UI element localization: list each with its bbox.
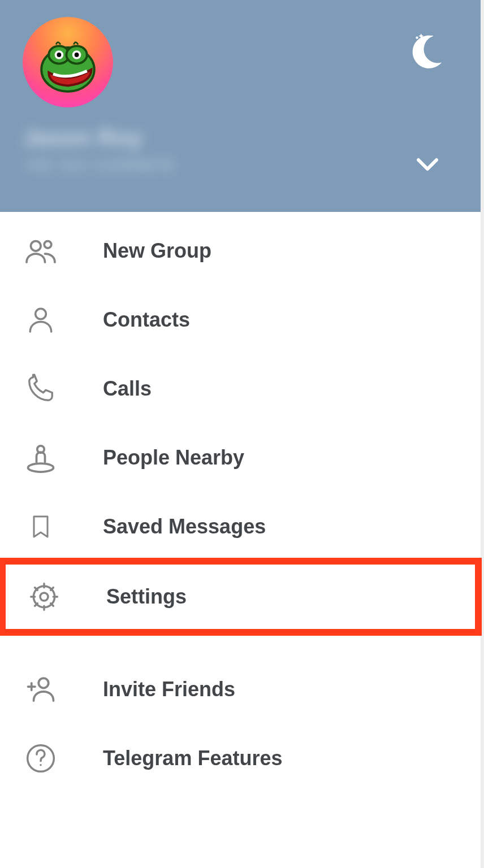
user-phone: +92 312 12345678 [23,155,458,176]
menu-item-new-group[interactable]: New Group [0,216,481,285]
help-icon [23,740,59,776]
svg-point-14 [33,586,54,607]
chevron-down-icon[interactable] [414,151,441,178]
menu-item-label: Invite Friends [103,678,235,701]
group-icon [23,233,59,269]
menu-item-label: Settings [106,585,187,609]
svg-point-5 [57,53,62,57]
svg-point-9 [44,241,51,249]
gear-icon [26,579,62,615]
svg-point-15 [38,678,49,688]
person-icon [23,302,59,338]
svg-point-10 [36,309,46,319]
menu-item-label: People Nearby [103,446,244,470]
nearby-icon [23,440,59,476]
menu-item-label: Calls [103,377,152,401]
avatar[interactable] [23,17,113,107]
svg-point-17 [40,764,42,766]
invite-icon [23,671,59,708]
menu-item-label: Contacts [103,308,190,332]
menu-divider-spacer [0,632,481,655]
menu-item-calls[interactable]: Calls [0,354,481,423]
menu-item-label: Telegram Features [103,747,282,770]
svg-point-11 [28,463,54,472]
menu-item-telegram-features[interactable]: Telegram Features [0,724,481,793]
avatar-image [31,25,105,99]
svg-point-6 [75,53,79,57]
night-mode-icon[interactable] [407,31,447,71]
bookmark-icon [23,509,59,545]
svg-point-8 [31,241,41,251]
menu-item-settings[interactable]: Settings [3,562,477,631]
svg-point-7 [416,36,418,38]
menu-item-label: New Group [103,239,211,263]
menu-item-invite-friends[interactable]: Invite Friends [0,655,481,724]
phone-icon [23,371,59,407]
drawer-menu: New Group Contacts Calls [0,212,481,868]
menu-item-people-nearby[interactable]: People Nearby [0,423,481,492]
menu-item-saved-messages[interactable]: Saved Messages [0,492,481,561]
user-name: Jason Roy [23,124,458,151]
navigation-drawer: Jason Roy +92 312 12345678 [0,0,484,868]
svg-point-13 [40,593,48,601]
menu-item-contacts[interactable]: Contacts [0,285,481,354]
menu-item-label: Saved Messages [103,515,266,539]
drawer-header: Jason Roy +92 312 12345678 [0,0,481,212]
